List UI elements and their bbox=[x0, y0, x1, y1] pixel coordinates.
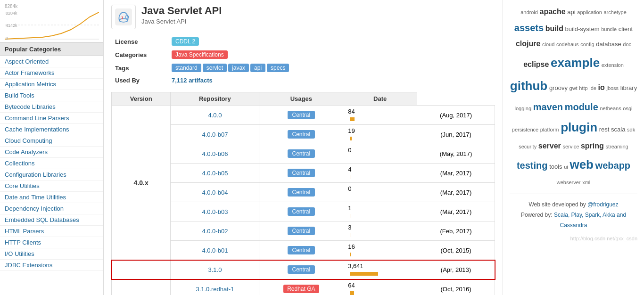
sidebar-item[interactable]: Code Analyzers bbox=[0, 147, 103, 158]
cloud-tag[interactable]: plugin bbox=[561, 120, 597, 134]
cloud-tag[interactable]: gwt bbox=[570, 85, 578, 91]
cloud-tag[interactable]: maven bbox=[533, 102, 563, 112]
repo-badge[interactable]: Central bbox=[288, 265, 315, 274]
repo-badge[interactable]: Central bbox=[288, 169, 315, 177]
cloud-tag[interactable]: xml bbox=[582, 180, 590, 185]
cloud-tag[interactable]: eclipse bbox=[523, 60, 549, 68]
cloud-tag[interactable]: android bbox=[520, 9, 538, 15]
sidebar-item[interactable]: Date and Time Utilities bbox=[0, 192, 103, 203]
version-link[interactable]: 4.0.0-b01 bbox=[202, 247, 228, 254]
cloud-tag[interactable]: streaming bbox=[605, 144, 628, 149]
cloud-tag[interactable]: tools bbox=[549, 163, 562, 170]
cloud-tag[interactable]: web bbox=[570, 157, 594, 172]
cloud-tag[interactable]: logging bbox=[515, 106, 531, 111]
sidebar-item[interactable]: Cloud Computing bbox=[0, 135, 103, 147]
cloud-tag[interactable]: sdk bbox=[627, 127, 635, 132]
version-link[interactable]: 4.0.0-b07 bbox=[202, 131, 228, 138]
cloud-tag[interactable]: example bbox=[551, 56, 600, 70]
sidebar-item[interactable]: Aspect Oriented bbox=[0, 56, 103, 67]
sidebar-item[interactable]: Command Line Parsers bbox=[0, 113, 103, 124]
used-by-link[interactable]: 7,112 artifacts bbox=[172, 77, 213, 84]
cloud-tag[interactable]: persistence bbox=[512, 127, 538, 132]
cloud-tag[interactable]: server bbox=[538, 142, 561, 150]
author-link[interactable]: @frodriguez bbox=[587, 201, 619, 208]
cloud-tag[interactable]: doc bbox=[623, 41, 631, 47]
repo-badge[interactable]: Central bbox=[288, 149, 315, 158]
sidebar-item[interactable]: HTTP Clients bbox=[0, 237, 103, 248]
version-link[interactable]: 4.0.0-b02 bbox=[202, 228, 228, 235]
sidebar-item[interactable]: I/O Utilities bbox=[0, 248, 103, 260]
cloud-tag[interactable]: database bbox=[596, 41, 621, 48]
cloud-tag[interactable]: http bbox=[579, 85, 587, 91]
sidebar-item[interactable]: Actor Frameworks bbox=[0, 67, 103, 79]
tag-badge[interactable]: standard bbox=[172, 64, 201, 72]
repo-badge[interactable]: Central bbox=[288, 246, 315, 254]
cloud-tag[interactable]: build-system bbox=[565, 25, 600, 33]
cloud-tag[interactable]: build bbox=[545, 25, 563, 33]
tag-badge[interactable]: servlet bbox=[203, 64, 227, 72]
repo-badge[interactable]: Central bbox=[288, 130, 315, 139]
cloud-tag[interactable]: security bbox=[519, 144, 537, 149]
cloud-tag[interactable]: service bbox=[562, 144, 579, 149]
version-link[interactable]: 4.0.0-b05 bbox=[202, 170, 228, 177]
cloud-tag[interactable]: api bbox=[567, 8, 575, 16]
tag-badge[interactable]: javax bbox=[228, 64, 249, 72]
cloud-tag[interactable]: scala bbox=[611, 126, 625, 133]
sidebar-item[interactable]: Core Utilities bbox=[0, 180, 103, 192]
cloud-tag[interactable]: webserver bbox=[557, 180, 581, 185]
cloud-tag[interactable]: rest bbox=[599, 126, 610, 133]
version-link[interactable]: 4.0.0 bbox=[208, 112, 222, 119]
cloud-tag[interactable]: jboss bbox=[606, 85, 619, 91]
sidebar-item[interactable]: JDBC Extensions bbox=[0, 260, 103, 271]
version-link[interactable]: 4.0.0-b03 bbox=[202, 208, 228, 215]
cloud-tag[interactable]: extension bbox=[602, 62, 624, 68]
cloud-tag[interactable]: platform bbox=[540, 127, 559, 132]
date-cell: (Mar, 2017) bbox=[417, 183, 495, 202]
cloud-tag[interactable]: archetype bbox=[603, 9, 626, 15]
cloud-tag[interactable]: testing bbox=[517, 160, 548, 171]
sidebar-item[interactable]: Embedded SQL Databases bbox=[0, 214, 103, 226]
cloud-tag[interactable]: library bbox=[620, 84, 637, 91]
cloud-tag[interactable]: groovy bbox=[549, 84, 568, 91]
tag-badge[interactable]: specs bbox=[267, 64, 289, 72]
powered-by-link[interactable]: Scala, Play, Spark, Akka and Cassandra bbox=[554, 212, 626, 229]
repo-badge[interactable]: Central bbox=[288, 227, 315, 235]
sidebar-item[interactable]: Configuration Libraries bbox=[0, 169, 103, 180]
license-badge[interactable]: CDDL 2 bbox=[172, 37, 199, 46]
cloud-tag[interactable]: config bbox=[580, 41, 594, 47]
version-link[interactable]: 3.1.0.redhat-1 bbox=[196, 286, 234, 293]
version-link[interactable]: 4.0.0-b06 bbox=[202, 150, 228, 157]
tag-badge[interactable]: api bbox=[250, 64, 265, 72]
repo-badge[interactable]: Central bbox=[288, 111, 315, 119]
cloud-tag[interactable]: clojure bbox=[516, 40, 540, 48]
sidebar-item[interactable]: Bytecode Libraries bbox=[0, 101, 103, 113]
cloud-tag[interactable]: client bbox=[619, 25, 633, 33]
sidebar-item[interactable]: Application Metrics bbox=[0, 79, 103, 90]
cloud-tag[interactable]: bundle bbox=[601, 26, 617, 32]
categories-badge[interactable]: Java Specifications bbox=[172, 50, 228, 59]
cloud-tag[interactable]: webapp bbox=[595, 160, 630, 171]
sidebar-item[interactable]: Collections bbox=[0, 158, 103, 169]
repo-badge[interactable]: Redhat GA bbox=[283, 285, 319, 293]
cloud-tag[interactable]: application bbox=[577, 9, 602, 15]
cloud-tag[interactable]: assets bbox=[514, 23, 544, 33]
cloud-tag[interactable]: codehaus bbox=[556, 41, 579, 47]
cloud-tag[interactable]: io bbox=[598, 83, 605, 91]
cloud-tag[interactable]: module bbox=[565, 102, 598, 112]
version-link[interactable]: 3.1.0 bbox=[208, 266, 222, 273]
sidebar-item[interactable]: Build Tools bbox=[0, 90, 103, 101]
sidebar-item[interactable]: Cache Implementations bbox=[0, 124, 103, 135]
repo-badge[interactable]: Central bbox=[288, 188, 315, 197]
cloud-tag[interactable]: github bbox=[510, 79, 547, 93]
cloud-tag[interactable]: osgi bbox=[623, 106, 632, 111]
sidebar-item[interactable]: HTML Parsers bbox=[0, 226, 103, 237]
cloud-tag[interactable]: netbeans bbox=[600, 106, 621, 111]
sidebar-item[interactable]: Dependency Injection bbox=[0, 203, 103, 214]
cloud-tag[interactable]: cloud bbox=[542, 41, 554, 47]
version-link[interactable]: 4.0.0-b04 bbox=[202, 189, 228, 196]
cloud-tag[interactable]: ui bbox=[564, 164, 568, 170]
cloud-tag[interactable]: apache bbox=[540, 8, 566, 16]
repo-badge[interactable]: Central bbox=[288, 207, 315, 216]
cloud-tag[interactable]: spring bbox=[581, 142, 604, 150]
cloud-tag[interactable]: ide bbox=[589, 85, 596, 91]
